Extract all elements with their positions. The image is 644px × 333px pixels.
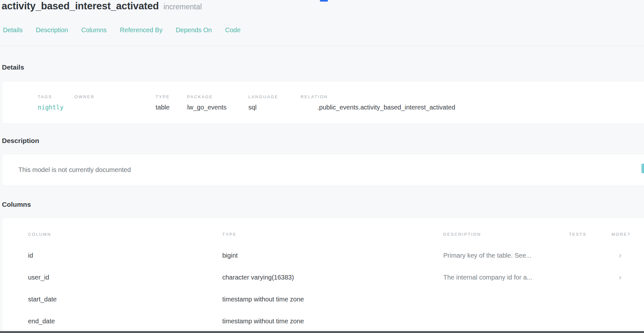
- column-type-cell: bigint: [222, 252, 443, 259]
- description-section-heading: Description: [2, 137, 39, 145]
- column-description-cell: Primary key of the table. See...: [443, 252, 569, 259]
- tab-code[interactable]: Code: [225, 26, 241, 34]
- column-name-cell: id: [28, 252, 222, 259]
- bottom-window-edge: [0, 331, 644, 333]
- field-label: TAGS: [38, 94, 74, 99]
- column-description-cell: The internal company id for a...: [443, 274, 569, 281]
- details-fields: TAGS nightly OWNER TYPE table PACKAGE lw…: [2, 81, 644, 111]
- detail-field-owner: OWNER: [74, 94, 156, 111]
- details-section-heading: Details: [2, 63, 24, 71]
- field-value: lw_go_events: [187, 104, 248, 111]
- column-name-cell: user_id: [28, 274, 222, 281]
- chevron-right-icon[interactable]: ›: [611, 252, 644, 259]
- page-title: activity_based_interest_activated: [2, 0, 159, 12]
- field-value: sql: [248, 104, 301, 111]
- column-type-cell: character varying(16383): [222, 274, 443, 281]
- header-more: MORE?: [611, 232, 644, 237]
- tab-depends-on[interactable]: Depends On: [176, 26, 212, 34]
- columns-table-header-row: COLUMN TYPE DESCRIPTION TESTS MORE?: [28, 232, 644, 237]
- table-row-start-date[interactable]: start_date timestamp without time zone: [28, 288, 644, 310]
- header-type: TYPE: [222, 232, 443, 237]
- field-label: OWNER: [74, 94, 156, 99]
- field-label: RELATION: [301, 94, 644, 99]
- tag-nightly-link[interactable]: nightly: [38, 104, 74, 111]
- column-type-cell: timestamp without time zone: [222, 296, 443, 303]
- table-row-id[interactable]: id bigint Primary key of the table. See.…: [28, 244, 644, 266]
- field-value: table: [156, 104, 187, 111]
- columns-table: COLUMN TYPE DESCRIPTION TESTS MORE? id b…: [2, 218, 644, 332]
- field-label: LANGUAGE: [248, 94, 301, 99]
- tab-description[interactable]: Description: [36, 26, 68, 34]
- clipped-edit-button-fragment[interactable]: [641, 164, 644, 173]
- detail-field-tags: TAGS nightly: [38, 94, 74, 111]
- columns-section-heading: Columns: [2, 201, 31, 208]
- chevron-right-icon[interactable]: ›: [611, 273, 644, 281]
- tabs-divider: [0, 46, 644, 46]
- column-type-cell: timestamp without time zone: [222, 318, 443, 325]
- description-card: This model is not currently documented: [2, 154, 644, 186]
- detail-field-language: LANGUAGE sql: [248, 94, 301, 111]
- columns-card: COLUMN TYPE DESCRIPTION TESTS MORE? id b…: [2, 218, 644, 333]
- field-label: TYPE: [156, 94, 187, 99]
- header-description: DESCRIPTION: [443, 232, 569, 237]
- details-card: TAGS nightly OWNER TYPE table PACKAGE lw…: [2, 81, 644, 124]
- materialization-badge: incremental: [163, 3, 202, 11]
- header-tests: TESTS: [569, 232, 611, 237]
- field-label: PACKAGE: [187, 94, 248, 99]
- tab-referenced-by[interactable]: Referenced By: [120, 26, 162, 34]
- tab-bar: Details Description Columns Referenced B…: [3, 26, 241, 34]
- tab-columns[interactable]: Columns: [81, 26, 107, 34]
- relation-value: .public_events.activity_based_interest_a…: [301, 104, 644, 111]
- detail-field-type: TYPE table: [156, 94, 187, 111]
- clipped-element-fragment: [320, 0, 328, 2]
- header-column: COLUMN: [28, 232, 222, 237]
- column-name-cell: end_date: [28, 318, 222, 325]
- table-row-user-id[interactable]: user_id character varying(16383) The int…: [28, 266, 644, 288]
- detail-field-relation: RELATION .public_events.activity_based_i…: [301, 94, 644, 111]
- column-name-cell: start_date: [28, 296, 222, 303]
- detail-field-package: PACKAGE lw_go_events: [187, 94, 248, 111]
- description-text: This model is not currently documented: [2, 166, 131, 174]
- page-header: activity_based_interest_activated increm…: [2, 0, 202, 12]
- tab-details[interactable]: Details: [3, 26, 23, 34]
- table-row-end-date[interactable]: end_date timestamp without time zone: [28, 310, 644, 332]
